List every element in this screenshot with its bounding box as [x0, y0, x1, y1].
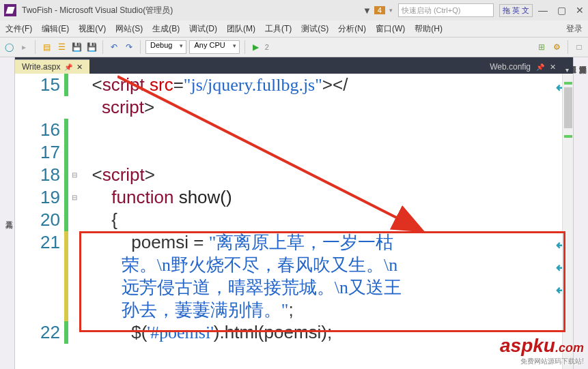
start-button[interactable]: ▶ — [250, 41, 262, 53]
nav-fwd-icon[interactable]: ▸ — [18, 41, 30, 53]
ime-indicator[interactable]: 拖 英 文 — [499, 4, 533, 17]
fold-gutter[interactable]: ⊟⊟ — [70, 74, 79, 369]
tab-active[interactable]: Write.aspx 📌 ✕ — [15, 59, 89, 74]
toolbox-rail[interactable]: 工具箱 — [0, 57, 15, 369]
minimize-button[interactable]: — — [538, 5, 548, 16]
open-file-icon[interactable]: ☰ — [55, 41, 68, 53]
prop-icon[interactable]: ⚙ — [550, 41, 563, 53]
close-button[interactable]: ✕ — [576, 5, 584, 16]
workspace: 工具箱 Write.aspx 📌 ✕ Web.config 📌 ✕ ▾ 15 1… — [0, 57, 588, 369]
toolbox-icon[interactable]: ⊞ — [535, 41, 548, 53]
menu-build[interactable]: 生成(B) — [152, 23, 180, 35]
title-bar: TwoFish - Microsoft Visual Studio(管理员) ▼… — [0, 0, 588, 20]
editor-panel: Write.aspx 📌 ✕ Web.config 📌 ✕ ▾ 15 16 17… — [15, 57, 573, 369]
login-link[interactable]: 登录 — [566, 23, 583, 35]
nav-back-icon[interactable]: ◯ — [3, 41, 15, 53]
menu-bar: 文件(F) 编辑(E) 视图(V) 网站(S) 生成(B) 调试(D) 团队(M… — [0, 20, 588, 37]
vertical-scrollbar[interactable] — [562, 74, 573, 369]
start-label[interactable]: 2 — [265, 43, 269, 51]
tab-overflow-icon[interactable]: ▾ — [561, 66, 573, 74]
undo-icon[interactable]: ↶ — [108, 41, 120, 53]
chevron-down-icon[interactable]: ▾ — [389, 7, 393, 14]
toolbar: ◯ ▸ ▤ ☰ 💾 💾 ↶ ↷ Debug Any CPU ▶ 2 ⊞ ⚙ □ — [0, 37, 588, 57]
tab-strip: Write.aspx 📌 ✕ Web.config 📌 ✕ ▾ — [15, 57, 573, 74]
quick-launch-input[interactable]: 快速启动 (Ctrl+Q) — [398, 3, 494, 17]
menu-help[interactable]: 帮助(H) — [415, 23, 443, 35]
tab-label: Write.aspx — [22, 62, 60, 72]
change-marker — [64, 74, 70, 369]
menu-team[interactable]: 团队(M) — [227, 23, 255, 35]
scroll-thumb[interactable] — [564, 87, 572, 128]
tab-webconfig[interactable]: Web.config 📌 ✕ — [484, 60, 561, 74]
config-combo[interactable]: Debug — [145, 40, 186, 54]
tab-label: Web.config — [490, 62, 531, 72]
save-all-icon[interactable]: 💾 — [85, 41, 98, 53]
code-area[interactable]: 15 16 17 18 19 20 21 22 — [15, 74, 573, 369]
menu-edit[interactable]: 编辑(E) — [42, 23, 69, 35]
pin-icon[interactable]: 📌 — [536, 63, 544, 71]
menu-window[interactable]: 窗口(W) — [376, 23, 405, 35]
vs-logo-icon — [4, 4, 16, 16]
save-icon[interactable]: 💾 — [70, 41, 83, 53]
notification-badge[interactable]: 4 — [374, 6, 385, 14]
flag-icon[interactable]: ▼ — [363, 5, 372, 16]
menu-view[interactable]: 视图(V) — [79, 23, 106, 35]
new-file-icon[interactable]: ▤ — [40, 41, 53, 53]
window-title: TwoFish - Microsoft Visual Studio(管理员) — [22, 5, 173, 16]
watermark: aspku.com 免费网站源码下载站! — [500, 335, 584, 366]
code-text[interactable]: <script src="js/jquery.fullbg.js"></ scr… — [79, 74, 573, 369]
pin-icon[interactable]: 📌 — [64, 63, 72, 71]
menu-website[interactable]: 网站(S) — [115, 23, 143, 35]
platform-combo[interactable]: Any CPU — [189, 40, 239, 54]
menu-test[interactable]: 测试(S) — [301, 23, 328, 35]
redo-icon[interactable]: ↷ — [123, 41, 135, 53]
misc-icon[interactable]: □ — [573, 41, 585, 53]
menu-debug[interactable]: 调试(D) — [189, 23, 217, 35]
tab-close-icon[interactable]: ✕ — [550, 63, 556, 72]
line-gutter: 15 16 17 18 19 20 21 22 — [15, 74, 64, 369]
maximize-button[interactable]: ▢ — [557, 5, 566, 16]
tab-close-icon[interactable]: ✕ — [76, 63, 83, 72]
menu-file[interactable]: 文件(F) — [5, 23, 32, 35]
menu-analyze[interactable]: 分析(N) — [338, 23, 366, 35]
menu-tools[interactable]: 工具(T) — [265, 23, 292, 35]
right-rail[interactable]: 解决方案资源管理器 团队资源管理器 属性 — [573, 57, 588, 369]
